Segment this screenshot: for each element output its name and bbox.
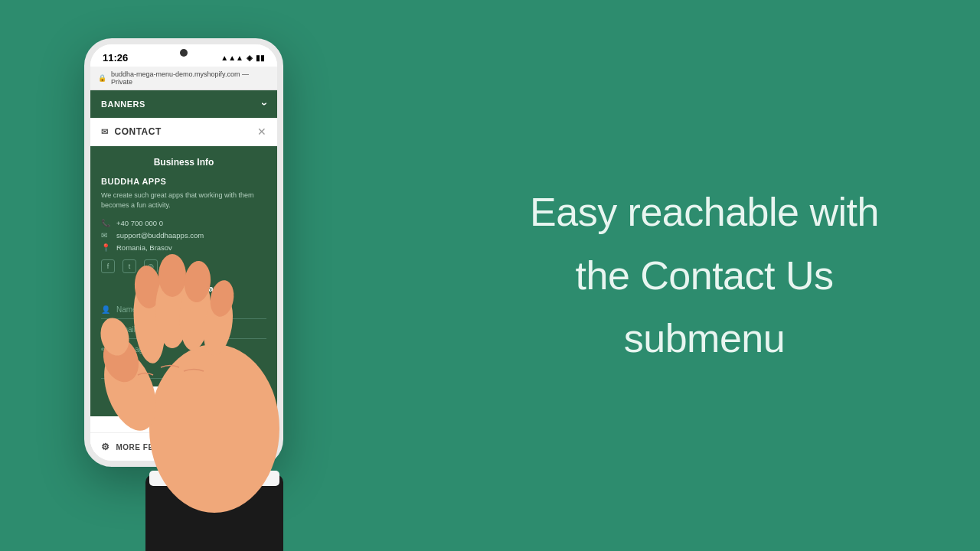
- svg-point-2: [149, 344, 279, 513]
- status-icons: ▲▲▲ ◈ ▮▮: [220, 54, 265, 62]
- signal-icon: ▲▲▲: [220, 54, 243, 62]
- wifi-icon: ◈: [247, 54, 253, 62]
- phone-notch: [153, 44, 214, 61]
- browser-bar: 🔒 buddha-mega-menu-demo.myshopify.com — …: [90, 67, 277, 90]
- hand-illustration: [31, 107, 322, 551]
- phone-mockup-area: 11:26 ▲▲▲ ◈ ▮▮ 🔒 buddha-mega-menu-demo.m…: [0, 0, 429, 551]
- status-time: 11:26: [103, 52, 128, 64]
- hero-line-3: submenu: [530, 311, 879, 367]
- lock-icon: 🔒: [98, 74, 106, 82]
- battery-icon: ▮▮: [256, 54, 265, 62]
- camera-dot: [180, 49, 188, 57]
- hero-line-1: Easy reachable with: [530, 184, 879, 240]
- hero-text-area: Easy reachable with the Contact Us subme…: [429, 139, 980, 412]
- hero-line-2: the Contact Us: [530, 248, 879, 304]
- svg-point-9: [158, 254, 186, 297]
- browser-url: buddha-mega-menu-demo.myshopify.com — Pr…: [111, 70, 270, 86]
- hero-text: Easy reachable with the Contact Us subme…: [530, 184, 879, 367]
